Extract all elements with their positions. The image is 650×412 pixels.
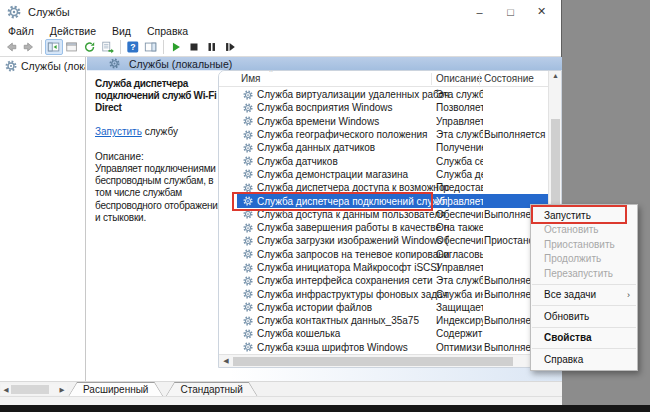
toolbar-separator — [163, 40, 164, 54]
restart-service-icon — [223, 40, 237, 54]
service-row[interactable]: Служба интерфейса сохранения сетиЭта слу… — [237, 274, 550, 287]
scroll-up-icon[interactable]: ▲ — [549, 72, 562, 79]
service-row[interactable]: Служба запросов на теневое копирование т… — [237, 248, 550, 261]
menu-Действие[interactable]: Действие — [42, 25, 104, 37]
forward-icon — [22, 40, 36, 54]
service-name: Служба завершения работы в качестве гост… — [257, 222, 449, 233]
help-button[interactable]: ? — [124, 39, 142, 55]
service-row[interactable]: Служба кошелькаСодержит … — [237, 327, 550, 340]
vertical-scroll-thumb[interactable] — [551, 119, 560, 209]
service-description: Управляет … — [436, 116, 483, 127]
title-bar[interactable]: Службы –□✕ — [0, 0, 561, 23]
context-menu-item-Перезапустить: Перезапустить — [531, 266, 637, 281]
service-name: Служба запросов на теневое копирование т… — [257, 249, 449, 260]
service-row[interactable]: Служба инициатора Майкрософт iSCSIУправл… — [237, 261, 550, 274]
minimize-button[interactable]: – — [464, 0, 495, 23]
scroll-right-icon[interactable]: ▶ — [57, 386, 67, 394]
context-menu-item-Справка[interactable]: Справка — [531, 352, 637, 367]
service-row[interactable]: Служба кэша шрифтов WindowsОптимизи…Выпо… — [237, 341, 550, 354]
tab-label: Расширенный — [69, 383, 162, 396]
service-gear-icon — [243, 169, 253, 179]
service-name: Служба датчиков — [257, 156, 449, 167]
service-row[interactable]: Служба инфраструктуры фоновых задачСлужб… — [237, 287, 550, 300]
show-action-pane-button[interactable] — [142, 39, 160, 55]
service-row[interactable]: Служба контактных данных_35a75Индексиру…… — [237, 314, 550, 327]
service-row[interactable]: Служба восприятия WindowsПозволяет … — [237, 101, 550, 114]
service-row[interactable]: Служба времени WindowsУправляет … — [237, 115, 550, 128]
stop-service-button[interactable] — [185, 39, 203, 55]
service-description: Предостав… — [436, 182, 483, 193]
refresh-button[interactable] — [81, 39, 99, 55]
pause-service-button[interactable] — [203, 39, 221, 55]
service-name: Служба интерфейса сохранения сети — [257, 275, 449, 286]
services-gear-icon — [7, 5, 21, 19]
context-menu-item-Свойства[interactable]: Свойства — [531, 331, 637, 346]
service-name: Служба географического положения — [257, 129, 449, 140]
menu-Файл[interactable]: Файл — [0, 25, 42, 37]
toolbar-separator — [41, 40, 42, 54]
service-row[interactable]: Служба географического положенияЭта служ… — [237, 128, 550, 141]
service-name: Служба времени Windows — [257, 116, 449, 127]
service-name: Служба контактных данных_35a75 — [257, 315, 449, 326]
show-console-tree-button[interactable] — [45, 39, 63, 55]
column-header-name[interactable]: Имя — [241, 73, 260, 84]
services-gear-icon — [5, 60, 17, 72]
service-description: Эта служба… — [436, 275, 483, 286]
context-menu-item-Остановить: Остановить — [531, 223, 637, 238]
screen-bottom-strip — [0, 405, 650, 412]
horizontal-scroll-thumb[interactable] — [233, 357, 513, 366]
menu-Вид[interactable]: Вид — [104, 25, 139, 37]
properties-button[interactable] — [63, 39, 81, 55]
tree-horizontal-scrollbar[interactable]: ◀ ▶ — [1, 384, 67, 395]
service-status: Выполняется — [484, 129, 546, 140]
column-divider[interactable] — [479, 73, 480, 85]
column-divider[interactable] — [431, 73, 432, 85]
help-icon: ? — [126, 40, 140, 54]
horizontal-scrollbar[interactable]: ◀ ▶ — [219, 354, 561, 367]
service-row[interactable]: Служба виртуализации удаленных рабочих с… — [237, 88, 550, 101]
service-gear-icon — [243, 223, 253, 233]
column-header-status[interactable]: Состояние — [484, 73, 534, 84]
tree-scroll-thumb[interactable] — [11, 385, 49, 394]
results-header-band: Службы (локальные) — [87, 57, 562, 71]
menu-Справка[interactable]: Справка — [139, 25, 196, 37]
extended-description-pane: Служба диспетчера подключений служб Wi-F… — [95, 78, 227, 224]
tree-item-services-local[interactable]: Службы (локальн — [5, 60, 85, 72]
service-row[interactable]: Служба данных датчиковПолучение… — [237, 141, 550, 154]
scroll-left-icon[interactable]: ◀ — [1, 386, 11, 394]
service-row[interactable]: Служба демонстрации магазинаСлужба де… — [237, 168, 550, 181]
forward-button[interactable] — [20, 39, 38, 55]
service-gear-icon — [243, 329, 253, 339]
tab-Расширенный[interactable]: Расширенный — [68, 382, 163, 397]
tab-label: Стандартный — [166, 383, 256, 396]
service-gear-icon — [243, 289, 253, 299]
service-name: Служба восприятия Windows — [257, 102, 449, 113]
service-name: Служба демонстрации магазина — [257, 169, 449, 180]
service-row[interactable]: Служба завершения работы в качестве гост… — [237, 221, 550, 234]
svg-text:?: ? — [130, 42, 135, 52]
service-gear-icon — [243, 116, 253, 126]
restart-service-button[interactable] — [221, 39, 239, 55]
export-list-button[interactable] — [99, 39, 117, 55]
context-menu-item-Все задачи[interactable]: Все задачи› — [531, 288, 637, 303]
service-description: Она также … — [436, 222, 483, 233]
toolbar-separator — [120, 40, 121, 54]
service-description: Эта служба… — [436, 89, 483, 100]
column-header-description[interactable]: Описание — [436, 73, 482, 84]
service-row[interactable]: Служба загрузки изображений Windows (WIA… — [237, 234, 550, 247]
context-menu-item-Обновить[interactable]: Обновить — [531, 309, 637, 324]
scroll-left-icon[interactable]: ◀ — [219, 357, 233, 365]
service-gear-icon — [243, 342, 253, 352]
start-service-button[interactable] — [167, 39, 185, 55]
back-button[interactable] — [2, 39, 20, 55]
start-service-link[interactable]: Запустить — [95, 126, 142, 137]
window-controls: –□✕ — [464, 0, 557, 23]
service-row[interactable]: Служба истории файловЗащищает … — [237, 301, 550, 314]
maximize-button[interactable]: □ — [495, 0, 526, 23]
close-button[interactable]: ✕ — [526, 0, 557, 23]
tab-Стандартный[interactable]: Стандартный — [165, 382, 257, 397]
tree-item-label: Службы (локальн — [21, 60, 86, 72]
service-row[interactable]: Служба датчиковСлужба се… — [237, 154, 550, 167]
show-action-pane-icon — [144, 40, 158, 54]
console-tree-pane: Службы (локальн — [0, 57, 86, 381]
